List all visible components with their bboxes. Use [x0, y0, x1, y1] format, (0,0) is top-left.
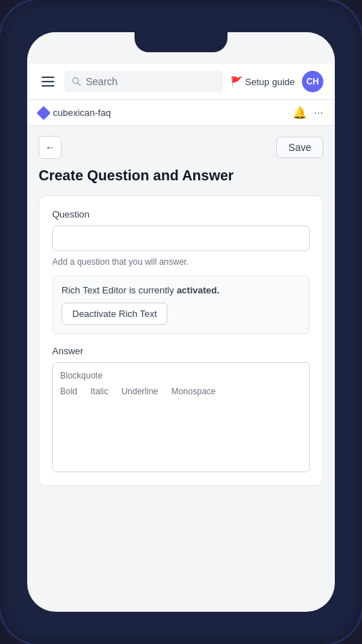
toolbar-row-blockquote: Blockquote: [60, 369, 302, 381]
question-input[interactable]: [52, 225, 310, 251]
save-button[interactable]: Save: [276, 137, 323, 158]
answer-label: Answer: [52, 346, 310, 356]
question-label: Question: [52, 209, 310, 220]
toolbar-bold[interactable]: Bold: [60, 386, 77, 396]
question-helper-text: Add a question that you will answer.: [52, 257, 310, 267]
search-icon: [72, 77, 82, 87]
rte-notice-prefix: Rich Text Editor is currently: [62, 285, 177, 296]
svg-line-1: [78, 83, 81, 86]
toolbar-monospace[interactable]: Monospace: [171, 386, 215, 396]
editor-toolbar: Blockquote Bold Italic Underline Monospa…: [53, 363, 309, 400]
toolbar-italic[interactable]: Italic: [90, 386, 108, 396]
breadcrumb-bar: cubexican-faq 🔔 ···: [27, 100, 335, 126]
answer-section: Answer Blockquote Bold Italic Underline …: [52, 346, 310, 472]
toolbar-underline[interactable]: Underline: [122, 386, 158, 396]
form-header: ← Save: [39, 136, 323, 159]
phone-screen: Search 🚩 Setup guide CH cubexican-faq 🔔 …: [27, 32, 335, 612]
toolbar-row-formatting: Bold Italic Underline Monospace: [60, 384, 302, 397]
save-label: Save: [288, 142, 311, 153]
main-content: ← Save Create Question and Answer Questi…: [27, 126, 335, 612]
back-icon: ←: [45, 142, 55, 153]
more-options-icon[interactable]: ···: [314, 107, 323, 119]
search-bar[interactable]: Search: [64, 71, 223, 92]
deactivate-rich-text-button[interactable]: Deactivate Rich Text: [62, 303, 167, 325]
rte-notice: Rich Text Editor is currently activated.…: [52, 275, 310, 334]
toolbar-blockquote[interactable]: Blockquote: [60, 371, 102, 381]
top-nav: Search 🚩 Setup guide CH: [27, 64, 335, 100]
flag-icon: 🚩: [230, 76, 243, 87]
avatar[interactable]: CH: [302, 71, 323, 92]
project-icon: [36, 106, 51, 120]
hamburger-line-3: [41, 85, 54, 87]
hamburger-button[interactable]: [39, 74, 57, 89]
breadcrumb-actions: 🔔 ···: [293, 106, 323, 119]
answer-editor-area[interactable]: [53, 400, 309, 472]
rte-notice-text: Rich Text Editor is currently activated.: [62, 285, 300, 296]
setup-guide-label: Setup guide: [245, 77, 295, 87]
rte-status: activated.: [177, 285, 220, 296]
bell-icon[interactable]: 🔔: [293, 106, 307, 119]
phone-frame: Search 🚩 Setup guide CH cubexican-faq 🔔 …: [0, 0, 362, 644]
setup-guide[interactable]: 🚩 Setup guide: [230, 76, 295, 87]
page-title: Create Question and Answer: [39, 167, 323, 184]
hamburger-line-1: [41, 77, 54, 78]
hamburger-line-2: [41, 81, 54, 82]
avatar-initials: CH: [306, 77, 318, 87]
notch: [134, 32, 228, 52]
deactivate-btn-label: Deactivate Rich Text: [72, 308, 157, 319]
search-placeholder: Search: [86, 76, 117, 87]
back-button[interactable]: ←: [39, 136, 62, 159]
question-field-group: Question Add a question that you will an…: [52, 209, 310, 267]
answer-editor[interactable]: Blockquote Bold Italic Underline Monospa…: [52, 362, 310, 472]
project-name: cubexican-faq: [53, 107, 111, 118]
breadcrumb-left: cubexican-faq: [39, 107, 111, 118]
form-card: Question Add a question that you will an…: [39, 195, 323, 486]
